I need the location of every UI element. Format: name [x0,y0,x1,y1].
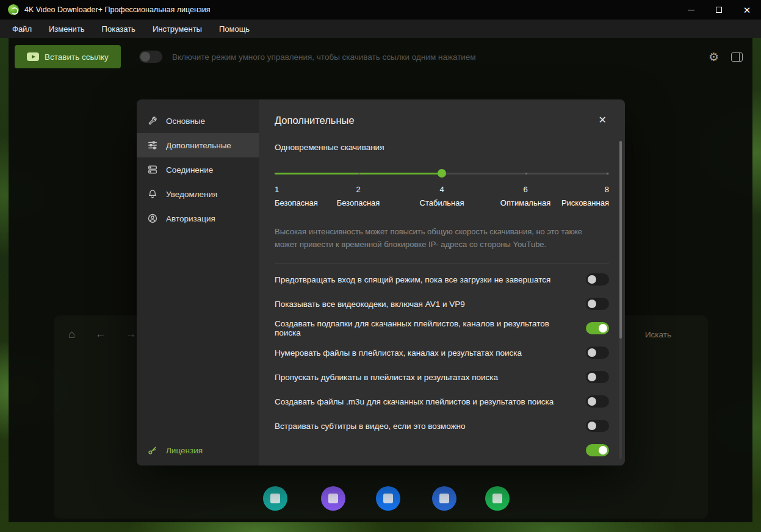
menu-file[interactable]: Файл [4,20,40,38]
stop-number: 8 [561,185,609,194]
menubar: Файл Изменить Показать Инструменты Помощ… [0,20,761,38]
toggle-row-clipped [275,438,609,462]
dialog-scrollbar-thumb[interactable] [619,141,622,339]
slider-thumb[interactable] [438,169,446,178]
stop-name: Рискованная [561,198,609,207]
concurrent-downloads-slider[interactable] [275,169,609,178]
slider-stop: 2 Безопасная [337,185,380,207]
maximize-button[interactable] [705,0,733,20]
stop-name: Безопасная [275,198,318,207]
slider-description: Высокая интенсивность может повысить общ… [275,225,607,251]
sidebar-item-label: Основные [166,117,205,126]
paste-link-label: Вставить ссылку [45,52,109,62]
stop-number: 1 [275,185,318,194]
toggle-switch[interactable] [586,322,609,334]
sidebar-item-advanced[interactable]: Дополнительные [137,133,259,157]
sidebar-item-authorization[interactable]: Авторизация [137,206,259,231]
toggle-label: Нумеровать файлы в плейлистах, каналах и… [275,348,532,358]
toggle-label: Создавать подпапки для скачанных плейлис… [275,319,586,337]
close-window-button[interactable]: ✕ [733,0,761,20]
toggle-label: Предотвращать вход в спящий режим, пока … [275,275,560,284]
toggle-switch[interactable] [586,395,609,408]
toggle-switch[interactable] [586,273,609,286]
sidebar-item-label: Дополнительные [166,141,231,150]
toggle-switch[interactable] [586,420,609,432]
dialog-scrollbar[interactable] [619,141,622,459]
smart-mode-toggle[interactable] [139,51,162,63]
play-video-icon [27,52,39,61]
dialog-close-button[interactable]: ✕ [596,114,609,126]
stop-name: Оптимальная [500,198,550,207]
slider-stop: 1 Безопасная [275,185,318,207]
toolbar-right: ⚙ [709,51,743,63]
paste-link-button[interactable]: Вставить ссылку [15,45,121,68]
concurrent-downloads-label: Одновременные скачивания [275,143,609,152]
stop-number: 2 [337,185,380,194]
key-icon [147,445,158,456]
stop-name: Безопасная [337,198,380,207]
maximize-icon [716,7,722,13]
service-icon-4[interactable] [432,486,456,511]
toggle-row-show-codecs: Показывать все видеокодеки, включая AV1 … [275,292,609,316]
forward-arrow-icon[interactable]: → [126,328,136,340]
slider-tick [525,173,527,174]
toggle-switch[interactable] [586,444,609,456]
toggle-label: Встраивать субтитры в видео, если это во… [275,422,475,431]
sidebar-item-label: Соединение [166,165,213,174]
license-label: Лицензия [166,446,203,455]
dialog-title: Дополнительные [275,115,355,126]
toggle-row-number-files: Нумеровать файлы в плейлистах, каналах и… [275,340,609,365]
service-icon-5[interactable] [485,486,510,511]
sidebar-item-label: Уведомления [166,190,217,199]
settings-dialog: Основные Дополнительные Соединение Уведо… [137,99,625,466]
settings-toggle-list: Предотвращать вход в спящий режим, пока … [275,267,609,462]
window-title: 4K Video Downloader+ Профессиональная ли… [24,5,210,14]
toggle-row-prevent-sleep: Предотвращать вход в спящий режим, пока … [275,267,609,292]
service-icon-1[interactable] [263,486,287,511]
slider-tick [358,173,360,174]
sidebar-item-label: Авторизация [166,214,215,223]
back-arrow-icon[interactable]: ← [95,328,106,340]
sidebar-item-general[interactable]: Основные [137,109,259,133]
side-panel-icon[interactable] [731,52,743,62]
toggle-switch[interactable] [586,347,609,359]
smart-mode-hint: Включите режим умного управления, чтобы … [172,52,476,62]
service-icon-2[interactable] [321,486,345,511]
slider-stop-labels: 1 Безопасная 2 Безопасная 4 Стабильная 6… [275,185,609,213]
toggle-switch[interactable] [586,298,609,310]
menu-edit[interactable]: Изменить [40,20,93,38]
wrench-icon [147,115,158,126]
toggle-switch[interactable] [586,371,609,383]
minimize-icon [688,10,694,10]
home-icon[interactable]: ⌂ [68,328,75,341]
toggle-row-create-subfolders: Создавать подпапки для скачанных плейлис… [275,316,609,340]
settings-sidebar: Основные Дополнительные Соединение Уведо… [137,99,259,466]
toggle-row-skip-duplicates: Пропускать дубликаты в плейлистах и резу… [275,365,609,389]
stop-number: 4 [420,185,464,194]
menu-help[interactable]: Помощь [211,20,258,38]
server-icon [147,164,158,175]
service-icon-3[interactable] [376,486,400,511]
menu-view[interactable]: Показать [93,20,144,38]
toolbar: Вставить ссылку Включите режим умного уп… [9,38,752,76]
search-button[interactable]: Искать [645,330,671,339]
toggle-row-create-m3u: Создавать файлы .m3u для скачанных плейл… [275,389,609,414]
menu-tools[interactable]: Инструменты [144,20,211,38]
toggle-label: Создавать файлы .m3u для скачанных плейл… [275,397,563,406]
settings-gear-icon[interactable]: ⚙ [709,51,719,63]
sliders-icon [147,140,158,151]
bell-icon [147,189,158,200]
app-logo-icon [8,4,19,15]
slider-tick [607,173,608,174]
toggle-label: Показывать все видеокодеки, включая AV1 … [275,300,475,309]
stop-name: Стабильная [420,198,464,207]
sidebar-item-license[interactable]: Лицензия [147,445,203,456]
slider-stop: 6 Оптимальная [500,185,550,207]
sidebar-item-notifications[interactable]: Уведомления [137,182,259,206]
titlebar: 4K Video Downloader+ Профессиональная ли… [0,0,761,20]
slider-stop: 8 Рискованная [561,185,609,207]
sidebar-item-connection[interactable]: Соединение [137,157,259,182]
minimize-button[interactable] [677,0,705,20]
close-icon: ✕ [743,5,751,15]
dialog-header: Дополнительные ✕ [275,99,609,126]
